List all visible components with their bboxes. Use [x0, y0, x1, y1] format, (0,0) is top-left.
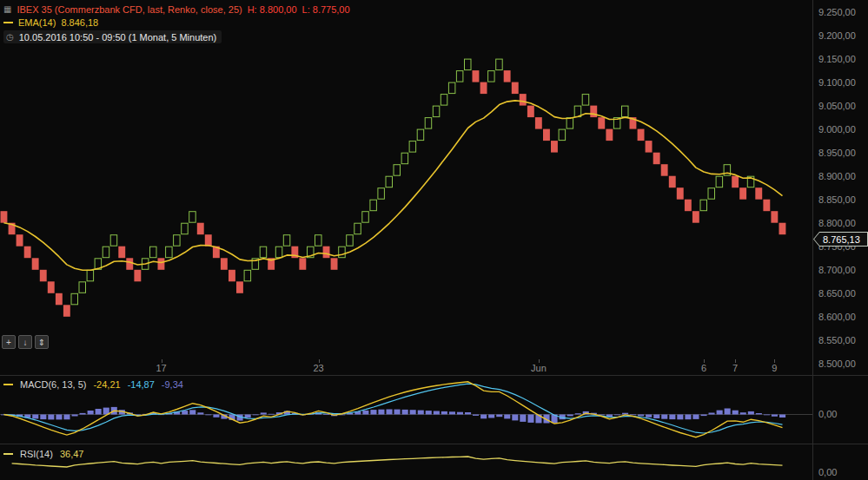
- instrument-icon: ▦: [3, 4, 11, 14]
- price-axis-label: 0,00: [818, 467, 837, 477]
- last-price-value: 8.765,13: [814, 233, 867, 246]
- price-axis-label: 9.000,00: [818, 124, 856, 135]
- price-axis-label: 9.050,00: [818, 101, 856, 111]
- brick-low-value: L: 8.775,00: [302, 4, 350, 15]
- time-axis-label: 7: [732, 363, 738, 373]
- last-price-badge: 8.765,13: [813, 232, 868, 247]
- trading-chart-window: 1723Jun679 8.765,13 9.250,009.200,009.15…: [0, 0, 868, 480]
- price-axis-label: 8.650,00: [818, 288, 856, 299]
- macd-legend: MACD(6, 13, 5) -24,21 -14,87 -9,34: [3, 379, 183, 390]
- renko-price-chart[interactable]: [0, 0, 812, 359]
- scroll-down-button[interactable]: ↓: [18, 335, 32, 349]
- time-axis-label: 6: [701, 363, 706, 373]
- clock-icon: ◷: [6, 32, 14, 42]
- vertical-scale-button[interactable]: ⇕: [35, 335, 49, 349]
- price-axis-label: 8.600,00: [818, 312, 856, 322]
- price-axis-label: 8.850,00: [818, 194, 856, 205]
- time-axis-label: Jun: [531, 363, 547, 373]
- timeframe-row: ◷ 10.05.2016 10:50 - 09:50 (1 Monat, 5 M…: [3, 30, 222, 43]
- price-axis[interactable]: 8.765,13 9.250,009.200,009.150,009.100,0…: [812, 0, 868, 480]
- chart-toolbar: + ↓ ⇕: [2, 335, 49, 349]
- rsi-value: 36,47: [60, 449, 84, 459]
- price-axis-label: 8.500,00: [818, 358, 856, 369]
- rsi-indicator-chart[interactable]: [0, 445, 812, 480]
- rsi-legend: RSI(14) 36,47: [3, 449, 83, 459]
- price-axis-label: 9.250,00: [818, 7, 856, 17]
- price-axis-label: 8.800,00: [818, 218, 856, 228]
- price-axis-label: 8.700,00: [818, 265, 856, 275]
- price-axis-label: 8.900,00: [818, 171, 856, 181]
- time-axis-label: 23: [313, 363, 323, 373]
- price-axis-label: 9.150,00: [818, 54, 856, 64]
- instrument-title: IBEX 35 (Commerzbank CFD, last, Renko, c…: [17, 4, 242, 15]
- macd-signal-value: -14,87: [128, 379, 155, 390]
- macd-histogram-value: -9,34: [162, 379, 183, 390]
- pan-tool-button[interactable]: +: [2, 335, 16, 349]
- brick-high-value: H: 8.800,00: [248, 4, 297, 15]
- instrument-row: ▦ IBEX 35 (Commerzbank CFD, last, Renko,…: [3, 3, 350, 16]
- panel-divider: [0, 375, 868, 376]
- ema-label: EMA(14): [18, 17, 56, 28]
- macd-line-icon: [3, 384, 13, 385]
- panel-divider: [0, 444, 868, 444]
- time-axis[interactable]: 1723Jun679: [0, 359, 812, 375]
- time-axis-label: 17: [156, 363, 166, 373]
- ema-value: 8.846,18: [61, 17, 98, 28]
- price-axis-label: 9.100,00: [818, 77, 856, 88]
- chart-legend: ▦ IBEX 35 (Commerzbank CFD, last, Renko,…: [3, 3, 350, 43]
- ema-line-icon: [3, 22, 13, 23]
- ema-row: EMA(14) 8.846,18: [3, 16, 350, 29]
- time-axis-label: 9: [772, 363, 777, 373]
- rsi-label: RSI(14): [20, 449, 53, 459]
- price-axis-label: 9.200,00: [818, 30, 856, 41]
- timeframe-label: 10.05.2016 10:50 - 09:50 (1 Monat, 5 Min…: [19, 32, 217, 43]
- price-axis-label: 0,00: [818, 409, 837, 419]
- macd-label: MACD(6, 13, 5): [20, 379, 86, 390]
- price-axis-label: 8.950,00: [818, 148, 856, 158]
- price-axis-label: 8.550,00: [818, 335, 856, 345]
- macd-value: -24,21: [93, 379, 120, 390]
- rsi-line-icon: [3, 453, 13, 455]
